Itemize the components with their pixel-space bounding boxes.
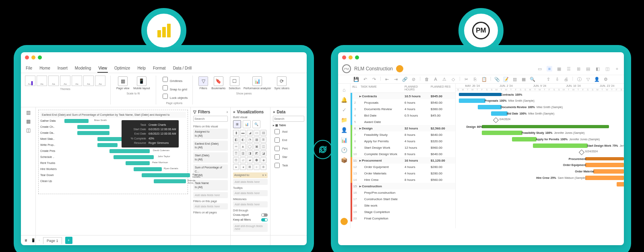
- milestone-icon[interactable]: ◇: [450, 76, 456, 82]
- ribbon-tab[interactable]: Modeling: [74, 64, 92, 73]
- viz-type-icon[interactable]: ⬢: [254, 157, 260, 163]
- milestone-diamond[interactable]: [493, 117, 499, 123]
- avatar[interactable]: [341, 218, 348, 225]
- delete-icon[interactable]: 🗑: [424, 76, 429, 82]
- theme-swatch[interactable]: Aa: [48, 76, 59, 86]
- bell-icon[interactable]: 🔔: [341, 97, 347, 103]
- page-tab[interactable]: Page 1: [43, 237, 62, 244]
- task-row[interactable]: Create PresDavid Coleman: [40, 148, 186, 154]
- viz-type-icon[interactable]: ▲: [240, 143, 246, 150]
- gantt-bar[interactable]: Apply for Permits100%Jennifer Jones (Sam…: [512, 137, 537, 141]
- gantt-bar[interactable]: Procurement: [585, 157, 624, 160]
- note-icon[interactable]: 📝: [503, 76, 509, 82]
- data-field[interactable]: Perc: [273, 144, 304, 153]
- viz-type-icon[interactable]: ◧: [233, 137, 239, 143]
- viz-type-icon[interactable]: ◈: [260, 157, 266, 163]
- viz-type-icon[interactable]: ⊕: [260, 164, 266, 170]
- close-icon[interactable]: [342, 55, 346, 59]
- ribbon-tab[interactable]: Format: [152, 64, 167, 73]
- cut-icon[interactable]: ✂: [464, 76, 469, 82]
- selection-button[interactable]: ☐Selection: [228, 76, 241, 90]
- assigned-well[interactable]: Assigned to:∨ ×: [233, 172, 268, 178]
- bookmarks-button[interactable]: 🔖Bookmarks: [211, 76, 226, 90]
- gantt-bar[interactable]: Order Material: [593, 169, 624, 174]
- filter-card[interactable]: Start (Date)is (All): [193, 152, 228, 163]
- task-row[interactable]: 5Award Date: [351, 119, 455, 125]
- theme-swatch[interactable]: Aa: [25, 76, 35, 86]
- time-icon[interactable]: 🕐: [341, 147, 347, 153]
- filter-card[interactable]: Earliest End (Date)is (All): [193, 141, 228, 151]
- mobile-layout-button[interactable]: 📱Mobile layout: [132, 76, 151, 90]
- task-row[interactable]: 7Feasibility Study8 hours$640.00: [351, 131, 455, 138]
- home-icon[interactable]: ⌂: [343, 87, 346, 93]
- viz-type-icon[interactable]: ═: [233, 143, 239, 150]
- highlight-icon[interactable]: A: [433, 76, 438, 82]
- filter-card[interactable]: Assigned tois (All): [193, 129, 228, 139]
- viz-type-icon[interactable]: ◫: [260, 143, 266, 150]
- add-page-button[interactable]: +: [65, 237, 72, 244]
- viz-type-icon[interactable]: ▸: [233, 164, 239, 170]
- task-row[interactable]: 20Final Completion: [351, 215, 455, 221]
- task-row[interactable]: Tear DownRyan Daniels: [40, 172, 186, 178]
- task-row[interactable]: 16Prep/Pre-construction: [351, 189, 455, 196]
- sync-slicers-button[interactable]: ⟳Sync slicers: [274, 76, 290, 90]
- close-icon[interactable]: [25, 55, 29, 59]
- data-field[interactable]: Task: [273, 161, 304, 170]
- user-icon[interactable]: 👤: [341, 127, 347, 133]
- task-row[interactable]: 8Apply for Permits4 hours$320.00: [351, 138, 455, 144]
- critical-icon[interactable]: ⚠: [442, 76, 447, 82]
- viz-type-icon[interactable]: ◢: [247, 130, 253, 136]
- maximize-icon[interactable]: [38, 55, 42, 59]
- data-field[interactable]: End: [273, 136, 304, 144]
- filter-icon[interactable]: ▽: [585, 76, 591, 82]
- save-icon[interactable]: 💾: [353, 76, 359, 82]
- add-icon[interactable]: +: [614, 66, 620, 72]
- task-row[interactable]: 2Proposals6 hours$540.00: [351, 99, 455, 106]
- snap-check[interactable]: Snap to grid: [161, 84, 188, 92]
- gantt-bar[interactable]: Documents Review100%Mike Smith (Sample): [478, 105, 502, 109]
- viz-type-icon[interactable]: ◩: [254, 150, 260, 156]
- report-view-icon[interactable]: ▥: [26, 110, 31, 115]
- build-visual-tab[interactable]: ⊞: [233, 120, 241, 128]
- format-visual-tab[interactable]: 📊: [243, 120, 251, 128]
- viz-type-icon[interactable]: ◨: [247, 150, 253, 156]
- export-icon[interactable]: ⇪: [545, 76, 551, 82]
- share-icon[interactable]: 👤: [594, 76, 600, 82]
- gantt-bar[interactable]: Bid Date100%Mike Smith (Sample): [491, 111, 508, 116]
- ribbon-tab[interactable]: Help: [136, 64, 147, 73]
- redo-icon[interactable]: ↷: [371, 76, 377, 82]
- gridlines-check[interactable]: Gridlines: [161, 76, 188, 83]
- undo-icon[interactable]: ↶: [362, 76, 368, 82]
- view-board-icon[interactable]: ▦: [556, 66, 562, 72]
- view-list-icon[interactable]: ☰: [566, 66, 572, 72]
- theme-swatch[interactable]: Aa: [37, 76, 47, 86]
- viz-type-icon[interactable]: ▦: [254, 137, 260, 143]
- table-view-icon[interactable]: ▦: [26, 119, 31, 124]
- task-row[interactable]: Clean UpBrenda Arms..: [40, 178, 186, 184]
- viz-type-icon[interactable]: ▱: [240, 157, 246, 163]
- view-calendar-icon[interactable]: ▤: [585, 66, 591, 72]
- theme-swatch[interactable]: Aa: [95, 76, 105, 86]
- task-row[interactable]: 4Bid Date0.5 hours$45.00: [351, 112, 455, 119]
- keep-filters-toggle[interactable]: [261, 218, 268, 221]
- gantt-bar[interactable]: Design80%: [482, 125, 609, 128]
- viz-type-icon[interactable]: ◔: [247, 137, 253, 143]
- ribbon-tab[interactable]: Optimize: [114, 64, 131, 73]
- data-field[interactable]: Assi: [273, 127, 304, 136]
- data-search[interactable]: [273, 116, 304, 122]
- gantt-bar[interactable]: Feasibility Study100%Jennifer Jones (Sam…: [482, 131, 522, 135]
- print-icon[interactable]: 🖨: [563, 76, 569, 82]
- filter-search[interactable]: [193, 116, 228, 122]
- viz-type-icon[interactable]: ▭: [254, 130, 260, 136]
- data-field[interactable]: Star: [273, 153, 304, 161]
- gantt-bar[interactable]: Contracts100%: [459, 93, 502, 96]
- page-view-button[interactable]: ▦Page view: [116, 76, 130, 90]
- task-row[interactable]: 13Order Materials4 hours$280.00: [351, 170, 455, 176]
- gantt-bar[interactable]: Proposals100%Mike Smith (Sample): [459, 98, 485, 103]
- perf-analyzer-button[interactable]: 📊Performance analyzer: [243, 76, 272, 90]
- task-row[interactable]: 6▸ Design32 hours$2,560.00: [351, 125, 455, 131]
- view-sheet-icon[interactable]: ⊞: [576, 66, 581, 72]
- milestone-diamond[interactable]: [579, 150, 584, 155]
- gantt-visual[interactable]: Earliest End (Date) and Sum of Percentag…: [38, 110, 188, 194]
- viz-type-icon[interactable]: ▣: [254, 143, 260, 150]
